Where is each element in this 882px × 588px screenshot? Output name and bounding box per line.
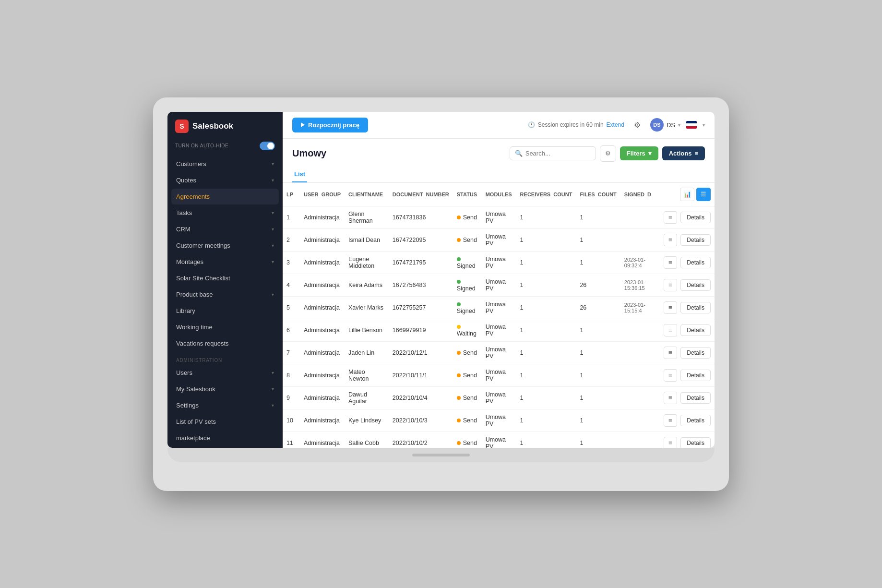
language-chevron-icon: ▾ <box>703 122 705 128</box>
clock-icon: 🕐 <box>528 121 535 128</box>
cell-client: Kye Lindsey <box>345 409 389 432</box>
cell-doc-number: 1674731836 <box>389 206 453 228</box>
cell-receivers: 1 <box>516 228 576 251</box>
cell-lp: 5 <box>283 296 300 319</box>
tab-list[interactable]: List <box>292 167 307 182</box>
cell-modules: Umowa PV <box>482 409 516 432</box>
details-button[interactable]: Details <box>680 234 711 246</box>
table-row: 8 Administracja Mateo Newton 2022/10/11/… <box>283 364 715 386</box>
row-menu-button[interactable]: ≡ <box>664 279 677 291</box>
cell-receivers: 1 <box>516 206 576 228</box>
cell-doc-number: 2022/10/10/2 <box>389 432 453 448</box>
row-menu-button[interactable]: ≡ <box>664 301 677 314</box>
details-button[interactable]: Details <box>680 279 711 291</box>
sidebar-item-agreements[interactable]: Agreements <box>171 189 279 204</box>
cell-modules: Umowa PV <box>482 319 516 341</box>
sidebar-item-vacations[interactable]: Vacations requests <box>171 336 279 351</box>
sidebar-item-customers[interactable]: Customers ▾ <box>171 156 279 172</box>
row-menu-button[interactable]: ≡ <box>664 369 677 382</box>
cell-modules: Umowa PV <box>482 364 516 386</box>
row-menu-button[interactable]: ≡ <box>664 256 677 269</box>
page-tabs: List <box>292 167 705 182</box>
details-button[interactable]: Details <box>680 257 711 268</box>
col-document-number: DOCUMENT_NUMBER <box>389 183 453 206</box>
sidebar-item-my-salesbook[interactable]: My Salesbook ▾ <box>171 381 279 397</box>
cell-modules: Umowa PV <box>482 432 516 448</box>
sidebar-item-product-base[interactable]: Product base ▾ <box>171 287 279 302</box>
status-dot <box>457 351 461 355</box>
col-modules: MODULES <box>482 183 516 206</box>
autohide-toggle[interactable] <box>260 142 275 150</box>
table-stats-view-button[interactable]: 📊 <box>680 188 694 201</box>
details-button[interactable]: Details <box>680 370 711 381</box>
row-menu-button[interactable]: ≡ <box>664 324 677 336</box>
filters-chevron-icon: ▾ <box>648 150 652 157</box>
cell-user-group: Administracja <box>300 432 345 448</box>
settings-icon[interactable]: ⚙ <box>630 118 644 132</box>
sidebar-item-montages[interactable]: Montages ▾ <box>171 254 279 270</box>
cell-receivers: 1 <box>516 274 576 296</box>
details-button[interactable]: Details <box>680 212 711 223</box>
row-menu-button[interactable]: ≡ <box>664 437 677 448</box>
details-button[interactable]: Details <box>680 347 711 359</box>
sidebar-item-customer-meetings[interactable]: Customer meetings ▾ <box>171 238 279 253</box>
sidebar-item-desktop[interactable]: Desktop <box>171 446 279 448</box>
details-button[interactable]: Details <box>680 415 711 426</box>
sidebar-item-quotes[interactable]: Quotes ▾ <box>171 172 279 188</box>
language-flag-icon[interactable] <box>686 121 697 129</box>
cell-status: Send <box>453 386 482 409</box>
cell-receivers: 1 <box>516 296 576 319</box>
cell-actions: ≡ Details <box>657 296 715 319</box>
cell-modules: Umowa PV <box>482 386 516 409</box>
cell-signed <box>620 341 657 364</box>
status-dot <box>457 325 461 329</box>
cell-signed <box>620 228 657 251</box>
cell-modules: Umowa PV <box>482 228 516 251</box>
cell-receivers: 1 <box>516 432 576 448</box>
details-button[interactable]: Details <box>680 324 711 336</box>
extend-link[interactable]: Extend <box>607 121 624 128</box>
cell-lp: 3 <box>283 251 300 274</box>
cell-status: Waiting <box>453 319 482 341</box>
table-list-view-button[interactable]: ☰ <box>696 188 711 201</box>
start-work-button[interactable]: Rozpocznij pracę <box>292 118 368 132</box>
details-button[interactable]: Details <box>680 302 711 313</box>
autohide-label: TURN ON AUTO-HIDE <box>175 143 228 148</box>
sidebar-item-marketplace[interactable]: marketplace <box>171 430 279 446</box>
topbar-user[interactable]: DS DS ▾ <box>650 118 680 132</box>
actions-button[interactable]: Actions ≡ <box>662 146 705 160</box>
status-dot <box>457 396 461 400</box>
row-menu-button[interactable]: ≡ <box>664 392 677 404</box>
details-button[interactable]: Details <box>680 392 711 404</box>
sidebar-item-crm[interactable]: CRM ▾ <box>171 221 279 237</box>
cell-receivers: 1 <box>516 409 576 432</box>
sidebar-item-pv-sets[interactable]: List of PV sets <box>171 414 279 430</box>
status-dot <box>457 373 461 377</box>
filters-button[interactable]: Filters ▾ <box>620 146 658 160</box>
cell-files: 1 <box>576 251 620 274</box>
table-row: 9 Administracja Dawud Aguilar 2022/10/10… <box>283 386 715 409</box>
sidebar-item-tasks[interactable]: Tasks ▾ <box>171 205 279 221</box>
details-button[interactable]: Details <box>680 437 711 448</box>
sidebar-header: S Salesbook <box>167 112 283 139</box>
sidebar-item-users[interactable]: Users ▾ <box>171 365 279 381</box>
cell-actions: ≡ Details <box>657 386 715 409</box>
cell-doc-number: 2022/10/10/4 <box>389 386 453 409</box>
cell-lp: 2 <box>283 228 300 251</box>
row-menu-button[interactable]: ≡ <box>664 234 677 246</box>
table-settings-button[interactable]: ⚙ <box>600 145 616 162</box>
cell-signed <box>620 206 657 228</box>
row-menu-button[interactable]: ≡ <box>664 211 677 224</box>
cell-signed <box>620 432 657 448</box>
row-menu-button[interactable]: ≡ <box>664 347 677 359</box>
sidebar-item-solar-site[interactable]: Solar Site Checklist <box>171 270 279 286</box>
sidebar-item-library[interactable]: Library <box>171 303 279 319</box>
sidebar-item-working-time[interactable]: Working time <box>171 319 279 335</box>
cell-modules: Umowa PV <box>482 296 516 319</box>
cell-client: Mateo Newton <box>345 364 389 386</box>
search-input[interactable] <box>525 150 588 157</box>
search-box: 🔍 <box>510 146 596 160</box>
status-dot <box>457 216 461 219</box>
sidebar-item-settings[interactable]: Settings ▾ <box>171 397 279 413</box>
row-menu-button[interactable]: ≡ <box>664 414 677 427</box>
